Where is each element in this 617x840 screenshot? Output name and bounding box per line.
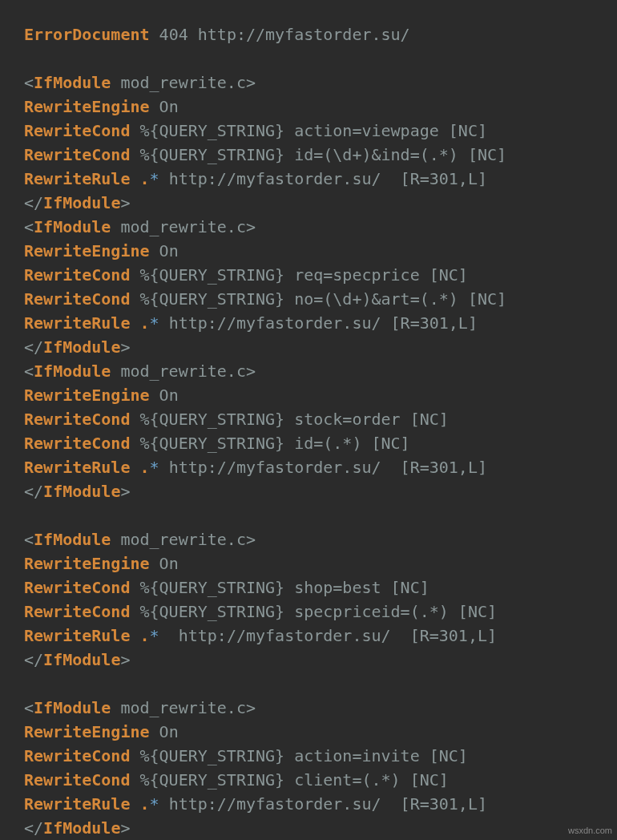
token-arg: http://myfastorder.su/ [R=301,L]: [159, 626, 497, 645]
token-star: *: [150, 169, 159, 188]
token-arg: %{QUERY_STRING} id=(.*) [NC]: [130, 434, 409, 453]
token-br: <: [24, 698, 34, 717]
code-line: RewriteCond %{QUERY_STRING} id=(\d+)&ind…: [24, 145, 506, 164]
token-kw2: IfModule: [34, 217, 111, 236]
token-br: <: [24, 73, 34, 92]
token-br: </: [24, 482, 43, 501]
token-kw: RewriteCond: [24, 145, 130, 164]
token-br: </: [24, 337, 43, 357]
token-kw: RewriteRule: [24, 313, 130, 333]
token-arg: http://myfastorder.su/ [R=301,L]: [159, 458, 487, 477]
code-block[interactable]: ErrorDocument 404 http://myfastorder.su/…: [0, 0, 617, 840]
token-kw: RewriteRule: [24, 169, 130, 188]
token-arg: %{QUERY_STRING} no=(\d+)&art=(.*) [NC]: [130, 289, 506, 309]
token-dot: .: [140, 458, 150, 477]
token-kw2: IfModule: [34, 698, 111, 717]
code-line: RewriteRule .* http://myfastorder.su/ [R…: [24, 794, 487, 814]
token-star: *: [150, 626, 159, 645]
token-arg: http://myfastorder.su/ [R=301,L]: [159, 169, 487, 188]
token-arg: [130, 794, 139, 814]
token-kw2: IfModule: [43, 482, 120, 501]
token-arg: %{QUERY_STRING} action=viewpage [NC]: [130, 121, 487, 140]
code-line: RewriteCond %{QUERY_STRING} no=(\d+)&art…: [24, 289, 506, 309]
token-kw2: IfModule: [34, 361, 111, 381]
token-br: >: [246, 73, 256, 92]
code-line: RewriteCond %{QUERY_STRING} action=viewp…: [24, 121, 487, 140]
token-dot: .: [140, 626, 150, 645]
token-kw: ErrorDocument: [24, 25, 150, 44]
token-kw2: IfModule: [34, 73, 111, 92]
token-br: >: [246, 217, 256, 236]
token-arg: [130, 458, 139, 477]
code-line: RewriteCond %{QUERY_STRING} client=(.*) …: [24, 770, 449, 790]
token-br: >: [246, 530, 256, 549]
code-line: RewriteEngine On: [24, 97, 179, 116]
token-dot: .: [140, 313, 150, 333]
token-dot: .: [140, 169, 150, 188]
token-kw2: IfModule: [43, 193, 120, 212]
code-line: </IfModule>: [24, 818, 130, 838]
token-dot: .: [140, 794, 150, 814]
token-kw: RewriteEngine: [24, 386, 150, 405]
token-arg: %{QUERY_STRING} shop=best [NC]: [130, 578, 429, 597]
token-br: </: [24, 818, 43, 838]
token-br: >: [120, 193, 130, 212]
token-br: >: [246, 698, 256, 717]
token-kw: RewriteCond: [24, 578, 130, 597]
code-line: RewriteCond %{QUERY_STRING} action=invit…: [24, 746, 468, 765]
token-kw: RewriteEngine: [24, 97, 150, 116]
token-kw: RewriteCond: [24, 602, 130, 621]
token-kw2: IfModule: [43, 650, 120, 669]
token-arg: On: [150, 554, 179, 573]
code-line: RewriteRule .* http://myfastorder.su/ [R…: [24, 169, 487, 188]
code-line: </IfModule>: [24, 337, 130, 357]
code-line: RewriteEngine On: [24, 722, 179, 741]
token-arg: %{QUERY_STRING} action=invite [NC]: [130, 746, 467, 765]
token-kw: RewriteEngine: [24, 722, 150, 741]
token-br: >: [120, 650, 130, 669]
token-arg: mod_rewrite.c: [111, 530, 246, 549]
code-line: RewriteRule .* http://myfastorder.su/ [R…: [24, 313, 478, 333]
token-kw: RewriteEngine: [24, 554, 150, 573]
token-arg: On: [150, 386, 179, 405]
token-arg: [130, 313, 139, 333]
token-br: </: [24, 193, 43, 212]
code-line: RewriteEngine On: [24, 386, 179, 405]
token-kw: RewriteRule: [24, 626, 130, 645]
token-star: *: [150, 313, 159, 333]
token-arg: %{QUERY_STRING} client=(.*) [NC]: [130, 770, 448, 790]
token-arg: %{QUERY_STRING} stock=order [NC]: [130, 410, 448, 429]
token-arg: %{QUERY_STRING} req=specprice [NC]: [130, 265, 467, 285]
token-kw: RewriteRule: [24, 458, 130, 477]
token-arg: On: [150, 97, 179, 116]
token-kw2: IfModule: [43, 818, 120, 838]
code-line: RewriteEngine On: [24, 241, 179, 260]
code-line: <IfModule mod_rewrite.c>: [24, 217, 256, 236]
token-star: *: [150, 794, 159, 814]
token-kw: RewriteCond: [24, 434, 130, 453]
token-kw: RewriteRule: [24, 794, 130, 814]
token-kw2: IfModule: [34, 530, 111, 549]
code-line: <IfModule mod_rewrite.c>: [24, 698, 256, 717]
token-br: <: [24, 530, 34, 549]
code-line: RewriteCond %{QUERY_STRING} shop=best [N…: [24, 578, 429, 597]
token-arg: %{QUERY_STRING} specpriceid=(.*) [NC]: [130, 602, 497, 621]
token-arg: mod_rewrite.c: [111, 217, 246, 236]
token-kw: RewriteCond: [24, 770, 130, 790]
code-line: ErrorDocument 404 http://myfastorder.su/: [24, 25, 410, 44]
token-kw: RewriteCond: [24, 410, 130, 429]
code-line: </IfModule>: [24, 650, 130, 669]
token-arg: On: [150, 722, 179, 741]
token-arg: http://myfastorder.su/ [R=301,L]: [159, 313, 478, 333]
code-line: </IfModule>: [24, 193, 130, 212]
watermark: wsxdn.com: [568, 824, 612, 838]
token-star: *: [150, 458, 159, 477]
token-kw: RewriteCond: [24, 121, 130, 140]
code-line: RewriteCond %{QUERY_STRING} id=(.*) [NC]: [24, 434, 410, 453]
code-line: RewriteCond %{QUERY_STRING} stock=order …: [24, 410, 449, 429]
token-arg: mod_rewrite.c: [111, 698, 246, 717]
token-arg: %{QUERY_STRING} id=(\d+)&ind=(.*) [NC]: [130, 145, 506, 164]
token-br: <: [24, 361, 34, 381]
code-line: RewriteCond %{QUERY_STRING} specpriceid=…: [24, 602, 497, 621]
token-br: >: [246, 361, 256, 381]
